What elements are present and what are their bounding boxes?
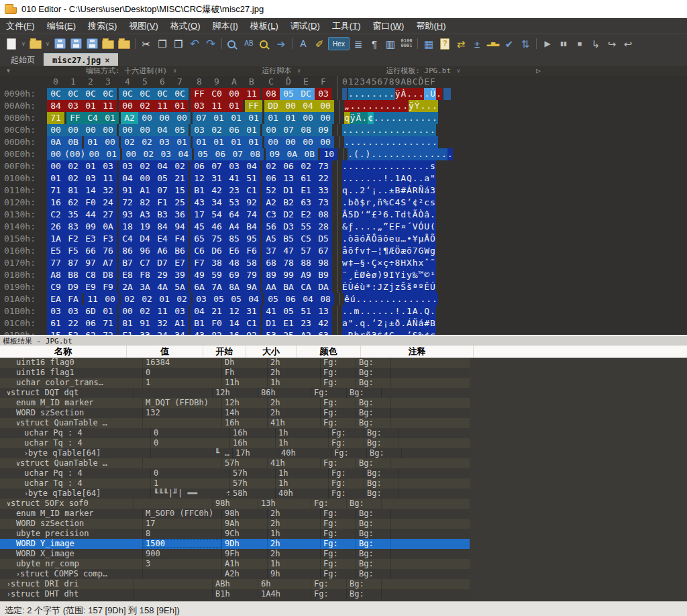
template-options-icon[interactable] [437,36,452,52]
menu-item-debug[interactable]: 调试(D) [284,18,326,34]
hex-byte-cell[interactable]: 49 [191,269,208,281]
fg-color-label[interactable]: Fg: [321,418,356,428]
hex-byte-cell[interactable]: 15 [47,329,64,335]
hex-byte-cell[interactable]: C1 [243,317,260,329]
hex-byte-cell[interactable]: 06 [191,160,208,172]
ascii-column[interactable]: .(.).............. [348,148,453,160]
save-all-icon[interactable] [85,36,99,52]
hex-byte-cell[interactable]: AA [262,281,280,293]
hex-byte-cell[interactable]: 88 [297,257,315,269]
hex-byte-cell[interactable]: 0A [47,136,64,148]
hex-byte-cell[interactable]: D7 [154,257,171,269]
hex-byte-cell[interactable]: 02 [136,305,154,317]
hex-byte-cell[interactable]: 22 [315,172,332,185]
hex-byte-cell[interactable]: C5 [297,233,315,245]
column-header-4[interactable]: 颜色 [297,346,361,358]
variable-value[interactable]: 0 [151,428,230,438]
fg-color-label[interactable]: Fg: [321,368,356,378]
menu-item-help[interactable]: 帮助(H) [410,18,452,34]
hex-byte-cell[interactable]: 00 [136,124,154,136]
fg-color-label[interactable]: Fg: [329,478,364,489]
hex-byte-cell[interactable]: 01 [282,112,299,124]
hex-byte-cell[interactable]: 00 [47,148,64,160]
hex-byte-cell[interactable]: 83 [64,221,82,233]
hex-byte-cell[interactable]: 84 [47,100,64,112]
hex-byte-cell[interactable]: 04 [299,100,317,112]
run-template-play-icon[interactable]: ▷ [536,66,541,75]
hex-byte-cell[interactable]: 92 [243,197,260,209]
hex-row-0090h[interactable]: 0090h:0C0C0C0C0C0C0C0CFFC000110805DC03..… [0,88,687,100]
hex-byte-cell[interactable]: 65 [191,233,208,245]
hex-byte-cell[interactable]: CA [297,281,315,293]
hex-byte-cell[interactable]: 57 [297,245,315,257]
hex-byte-cell[interactable]: 0C [99,88,117,100]
hex-byte-cell[interactable]: 09 [82,221,99,233]
hex-byte-cell[interactable]: 01 [101,112,119,124]
hex-byte-cell[interactable]: 00 [119,305,136,317]
hex-byte-cell[interactable]: FF [191,88,208,100]
hex-byte-cell[interactable]: 75 [208,233,225,245]
hex-byte-cell[interactable]: 82 [136,197,154,209]
hex-byte-cell[interactable]: 07 [193,112,210,124]
hex-byte-cell[interactable]: 11 [154,100,171,112]
hex-byte-cell[interactable]: 11 [84,293,101,305]
hex-byte-cell[interactable]: 05 [280,88,297,100]
hex-byte-cell[interactable]: FF [66,112,84,124]
hex-byte-cell[interactable]: 97 [82,257,99,269]
hex-byte-cell[interactable]: C9 [47,281,64,293]
hex-byte-cell[interactable]: 00 [317,136,334,148]
hex-editor[interactable]: 0123456789ABCĎEF0123456789ABCĎEF 0090h:0… [0,76,687,335]
hex-byte-cell[interactable]: A2 [121,112,138,124]
hex-byte-cell[interactable]: 67 [315,245,332,257]
save-as-icon[interactable] [68,36,83,52]
hex-row-0110h[interactable]: 0110h:7181143291A10715B14223C152D1E133q.… [0,185,687,197]
hex-row-0190h[interactable]: 0190h:C9D9E9F92A3A4A5A6A7A8A9AAABACADAÉÙ… [0,281,687,293]
hex-byte-cell[interactable]: E7 [171,257,189,269]
hex-byte-cell[interactable]: C8 [82,269,99,281]
redo-icon[interactable]: ↷ [203,36,218,52]
ascii-column[interactable]: åõfv†–¦¶ÆÖæö7GWg [342,245,436,257]
hex-byte-cell[interactable]: 01 [227,112,245,124]
hex-byte-cell[interactable]: 00 [138,112,156,124]
hex-row-01A0h[interactable]: 01A0h:EAFA1100020201020305050405060408êú… [0,293,687,305]
variable-value[interactable]: 8 [143,529,222,539]
hex-byte-cell[interactable]: C4 [119,233,136,245]
fg-color-label[interactable]: Fg: [329,438,364,448]
hex-row-0160h[interactable]: 0160h:E5F566768696A6B6C6D6E6F637475767åõ… [0,245,687,257]
hex-byte-cell[interactable]: 00 [173,112,191,124]
hex-byte-cell[interactable]: 16 [47,197,64,209]
find-icon[interactable] [225,36,240,52]
hex-byte-cell[interactable]: 59 [208,269,225,281]
hex-byte-cell[interactable]: DD [264,100,282,112]
bg-color-label[interactable]: Bg: [356,539,391,549]
bg-color-label[interactable]: Bg: [347,499,382,509]
base-convert-icon[interactable]: ⇅ [518,36,533,52]
hex-row-00D0h[interactable]: 00D0h:0A0B0100020203010101010100000000..… [0,136,687,148]
hex-row-0140h[interactable]: 0140h:2683090A181984944546A4B456D35528&ƒ… [0,221,687,233]
bg-color-label[interactable]: Bg: [356,519,391,529]
hex-byte-cell[interactable]: C4 [84,112,101,124]
hex-byte-cell[interactable]: C6 [191,245,208,257]
bg-color-label[interactable]: Bg: [367,448,402,458]
hex-byte-cell[interactable]: A1 [171,317,189,329]
binary-view-icon[interactable]: 01000001 [399,36,414,52]
bg-color-label[interactable]: Bg: [356,378,391,388]
fg-color-label[interactable]: Fg: [321,509,356,519]
hex-byte-cell[interactable]: 05 [210,293,227,305]
hex-byte-cell[interactable]: 93 [119,209,136,221]
hex-byte-cell[interactable]: 61 [47,317,64,329]
hex-byte-cell[interactable]: 00 [225,88,243,100]
hex-byte-cell[interactable]: 00 [282,100,299,112]
bg-color-label[interactable]: Bg: [356,509,391,519]
hex-byte-cell[interactable]: 06 [211,148,229,160]
bg-color-label[interactable]: Bg: [364,468,399,478]
bg-color-label[interactable]: Bg: [364,478,399,489]
hex-byte-cell[interactable]: D2 [280,209,297,221]
variable-value[interactable]: 900 [143,549,222,559]
template-row-struct-quantable-[interactable]: ∨struct QuanTable …57h41hFg:Bg: [0,458,470,468]
fg-color-label[interactable]: Fg: [311,388,347,398]
hex-byte-cell[interactable]: 8A [225,281,243,293]
ascii-column[interactable]: ................ [342,124,436,136]
hex-byte-cell[interactable]: 62 [82,329,99,335]
hex-byte-cell[interactable]: 01 [84,136,101,148]
